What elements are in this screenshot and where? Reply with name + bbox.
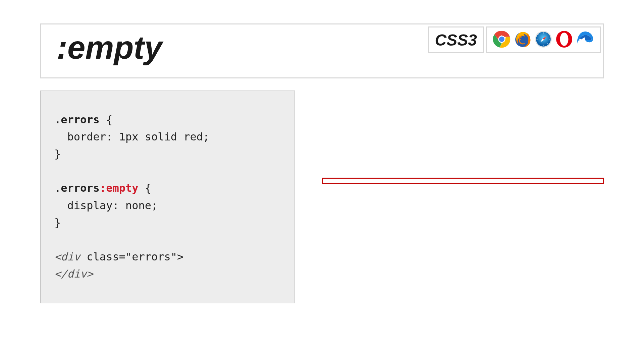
browser-support-badge — [486, 26, 601, 53]
demo-area — [322, 90, 604, 184]
edge-icon — [576, 31, 594, 49]
code-html-attr: class="errors"> — [80, 250, 183, 263]
slide-body: .errors { border: 1px solid red; } .erro… — [40, 90, 604, 304]
code-selector-2a: .errors — [54, 182, 100, 194]
code-example: .errors { border: 1px solid red; } .erro… — [40, 90, 295, 304]
safari-icon — [535, 31, 552, 49]
chrome-icon — [493, 31, 511, 49]
code-html-close-tag: </div> — [54, 267, 93, 280]
slide: :empty CSS3 — [0, 0, 644, 362]
spec-badge: CSS3 — [428, 26, 484, 53]
code-selector-2b: :empty — [100, 182, 139, 194]
code-selector-1: .errors — [54, 113, 100, 126]
opera-icon — [555, 31, 573, 49]
code-rule-2: display: none; — [54, 199, 158, 212]
firefox-icon — [514, 31, 531, 49]
code-html-open-tag: <div — [54, 250, 80, 263]
errors-div-demo — [322, 178, 604, 184]
slide-title: :empty — [43, 26, 428, 75]
badge-wrap: CSS3 — [428, 26, 601, 53]
header-card: :empty CSS3 — [40, 23, 604, 78]
code-rule-1: border: 1px solid red; — [54, 130, 209, 143]
